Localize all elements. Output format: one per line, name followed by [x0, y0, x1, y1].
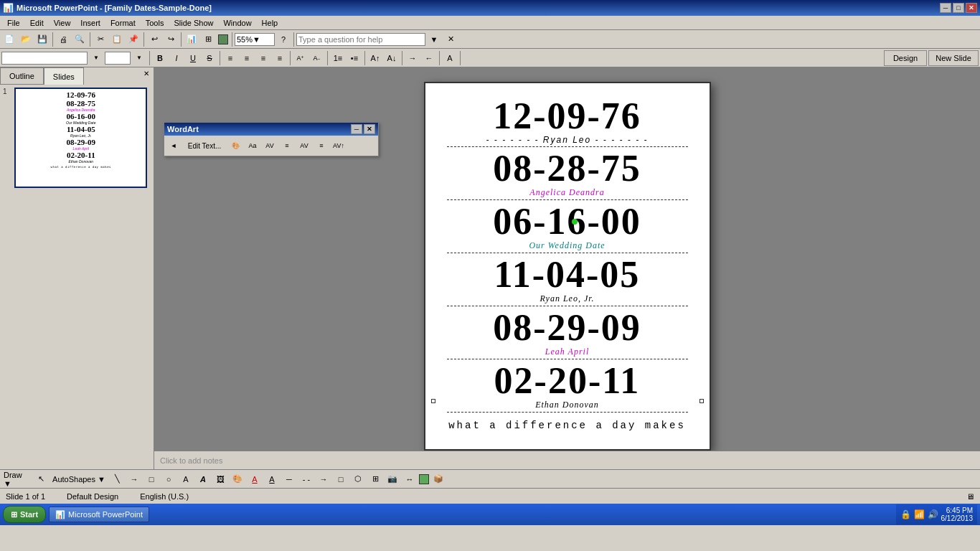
font-color-btn2[interactable]: A — [264, 471, 280, 487]
paste-btn[interactable]: 📌 — [126, 32, 141, 47]
help-btn[interactable]: ? — [275, 32, 291, 47]
fontsize-arrow[interactable]: ▼ — [131, 50, 147, 66]
superscript-btn[interactable]: A⁺ — [293, 50, 308, 66]
slide-canvas[interactable]: 12-09-76 - - - - - - - Ryan Leo - - - - … — [424, 82, 711, 451]
canvas-area[interactable]: WordArt ─ ✕ ◄ Edit Text... 🎨 Aa AV ≡ AV … — [154, 67, 980, 451]
wordart-shape-btn[interactable]: AV — [262, 138, 278, 154]
wordart-controls: ─ ✕ — [351, 124, 375, 134]
slide-thumbnail-area[interactable]: 1 12-09-76 08-28-75 Angelica Deandra 06-… — [0, 85, 154, 469]
arrow-btn[interactable]: → — [126, 471, 142, 487]
oval-btn[interactable]: ○ — [161, 471, 176, 487]
wordart-spacing-btn[interactable]: AV↑ — [331, 138, 347, 154]
font-name-input[interactable] — [1, 52, 88, 65]
indent-decrease-btn[interactable]: ← — [421, 50, 437, 66]
font-size-input[interactable] — [105, 52, 131, 65]
indent-increase-btn[interactable]: → — [405, 50, 420, 66]
numbering-btn[interactable]: 1≡ — [330, 50, 346, 66]
menu-file[interactable]: File — [3, 17, 24, 29]
italic-btn[interactable]: I — [169, 50, 184, 66]
question-arrow[interactable]: ▼ — [426, 32, 442, 47]
question-input[interactable] — [296, 33, 425, 46]
select-btn[interactable]: ↖ — [33, 471, 49, 487]
wordart-close-btn[interactable]: ✕ — [364, 124, 375, 134]
new-btn[interactable]: 📄 — [1, 32, 17, 47]
tab-slides[interactable]: Slides — [44, 67, 84, 85]
align-left-btn[interactable]: ≡ — [222, 50, 238, 66]
menu-format[interactable]: Format — [106, 17, 140, 29]
wordart-minimize-btn[interactable]: ─ — [351, 124, 362, 134]
subscript-btn[interactable]: A₋ — [309, 50, 325, 66]
start-button[interactable]: ⊞ Start — [3, 506, 46, 523]
question-close[interactable]: ✕ — [443, 32, 458, 47]
align-center-btn[interactable]: ≡ — [239, 50, 255, 66]
draw-menu-btn[interactable]: Draw ▼ — [3, 471, 32, 487]
sep2 — [90, 32, 90, 47]
wordart-rotate-btn[interactable]: ≡ — [279, 138, 295, 154]
clip-btn[interactable]: 🖼 — [212, 471, 228, 487]
line-color-btn[interactable]: A — [247, 471, 263, 487]
cut-btn[interactable]: ✂ — [93, 32, 108, 47]
wordart-gallery-btn[interactable]: 🎨 — [227, 138, 243, 154]
strikethrough-btn[interactable]: S — [202, 50, 217, 66]
wordart-format-btn[interactable]: Aa — [245, 138, 260, 154]
copy-btn[interactable]: 📋 — [109, 32, 125, 47]
justify-btn[interactable]: ≡ — [272, 50, 288, 66]
underline-btn[interactable]: U — [185, 50, 201, 66]
print-btn[interactable]: 🖨 — [55, 32, 71, 47]
preview-btn[interactable]: 🔍 — [72, 32, 88, 47]
bullets-btn[interactable]: •≡ — [347, 50, 362, 66]
diagram-btn[interactable]: ⊞ — [367, 471, 383, 487]
wordart-vertical-btn[interactable]: AV — [296, 138, 312, 154]
wordart-align-btn[interactable]: ≡ — [314, 138, 329, 154]
save-btn[interactable]: 💾 — [34, 32, 50, 47]
wordart-btn[interactable]: A — [195, 471, 211, 487]
3d-btn[interactable]: ⬡ — [350, 471, 366, 487]
package-btn[interactable]: 📦 — [430, 471, 446, 487]
taskbar-app-powerpoint[interactable]: 📊 Microsoft PowerPoint — [49, 507, 149, 522]
expand-btn[interactable]: ↔ — [402, 471, 418, 487]
menu-slideshow[interactable]: Slide Show — [169, 17, 217, 29]
autoshapes-btn[interactable]: AutoShapes ▼ — [50, 471, 108, 487]
clipart-btn[interactable]: 📷 — [385, 471, 400, 487]
dash-style-btn[interactable]: - - — [298, 471, 314, 487]
zoom-box[interactable]: 55% ▼ — [235, 33, 275, 46]
design-btn[interactable]: Design — [884, 50, 927, 66]
decrease-font-btn[interactable]: A↓ — [384, 50, 400, 66]
tab-outline[interactable]: Outline — [0, 67, 44, 85]
font-color-btn[interactable]: A — [442, 50, 458, 66]
chart-btn[interactable]: 📊 — [184, 32, 199, 47]
line-btn[interactable]: ╲ — [109, 471, 125, 487]
wordart-edit-text-btn[interactable]: Edit Text... — [183, 138, 226, 154]
new-slide-btn[interactable]: New Slide — [928, 50, 979, 66]
arrow-style-btn[interactable]: → — [316, 471, 331, 487]
menu-insert[interactable]: Insert — [76, 17, 105, 29]
rect-btn[interactable]: □ — [143, 471, 159, 487]
shadow-btn[interactable]: □ — [333, 471, 349, 487]
menu-window[interactable]: Window — [219, 17, 255, 29]
zoom-arrow[interactable]: ▼ — [253, 35, 260, 44]
menu-view[interactable]: View — [50, 17, 75, 29]
fill-btn[interactable] — [419, 474, 429, 484]
minimize-button[interactable]: ─ — [940, 3, 951, 13]
menu-tools[interactable]: Tools — [141, 17, 169, 29]
increase-font-btn[interactable]: A↑ — [367, 50, 383, 66]
menu-help[interactable]: Help — [258, 17, 283, 29]
slide-thumbnail[interactable]: 12-09-76 08-28-75 Angelica Deandra 06-16… — [14, 88, 147, 188]
bold-btn[interactable]: B — [152, 50, 168, 66]
text-btn[interactable]: A — [178, 471, 194, 487]
wordart-prev-btn[interactable]: ◄ — [166, 138, 182, 154]
panel-close-btn[interactable]: ✕ — [139, 67, 154, 85]
font-arrow[interactable]: ▼ — [88, 50, 104, 66]
color-btn[interactable] — [218, 34, 228, 44]
fill-color-btn[interactable]: 🎨 — [230, 471, 245, 487]
close-button[interactable]: ✕ — [966, 3, 977, 13]
restore-button[interactable]: □ — [953, 3, 964, 13]
notes-area[interactable]: Click to add notes — [154, 451, 980, 469]
undo-btn[interactable]: ↩ — [146, 32, 162, 47]
redo-btn[interactable]: ↪ — [163, 32, 179, 47]
line-style-btn[interactable]: ─ — [281, 471, 297, 487]
align-right-btn[interactable]: ≡ — [255, 50, 271, 66]
open-btn[interactable]: 📂 — [18, 32, 34, 47]
table-btn[interactable]: ⊞ — [200, 32, 216, 47]
menu-edit[interactable]: Edit — [26, 17, 48, 29]
